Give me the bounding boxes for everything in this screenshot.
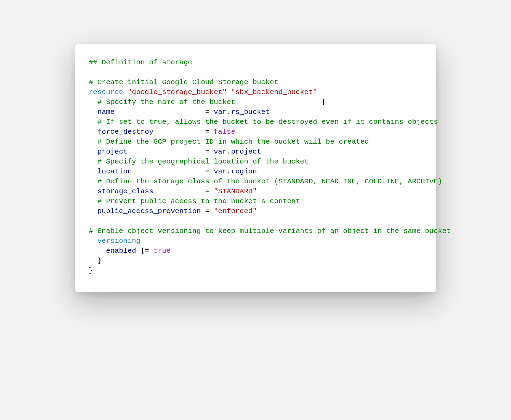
code-line: # Enable object versioning to keep multi…: [89, 227, 451, 235]
code-line: # Define the GCP project ID in which the…: [89, 138, 369, 146]
bool: true: [154, 247, 171, 255]
code-line: }: [89, 267, 93, 275]
code-line: storage_class = "STANDARD": [89, 187, 257, 195]
var: var: [214, 108, 227, 116]
keyword-resource: resource: [89, 88, 123, 96]
bool: false: [214, 128, 235, 136]
brace: {: [322, 98, 326, 106]
attr-key: location: [89, 168, 201, 175]
comment: # Specify the name of the bucket: [89, 98, 322, 106]
code-line: [89, 217, 93, 225]
equals: =: [201, 168, 214, 175]
member: region: [231, 168, 257, 175]
code-line: ## Definition of storage: [89, 58, 192, 66]
member: project: [231, 148, 261, 156]
equals: =: [201, 128, 214, 136]
code-line: public_access_prevention = "enforced": [89, 207, 257, 215]
string: "google_storage_bucket": [128, 88, 227, 96]
brace-eq: {=: [141, 247, 154, 255]
code-line: resource "google_storage_bucket" "sbx_ba…: [89, 88, 317, 96]
var: var: [214, 148, 227, 156]
code-line: }: [89, 257, 102, 265]
equals: =: [201, 108, 214, 116]
code-line: versioning: [89, 237, 141, 245]
attr-key: project: [89, 148, 201, 156]
attr-key: enabled: [89, 247, 141, 255]
member: rs_bucket: [231, 108, 270, 116]
equals: =: [201, 187, 214, 195]
attr-key: force_destroy: [89, 128, 201, 136]
string: "sbx_backend_bucket": [231, 88, 317, 96]
code-line: force_destroy = false: [89, 128, 235, 136]
code-line: [89, 68, 93, 76]
string: "STANDARD": [214, 187, 257, 195]
code-line: # Specify the geographical location of t…: [89, 158, 309, 166]
page: ## Definition of storage # Create initia…: [0, 0, 511, 420]
code-line: location = var.region: [89, 168, 257, 175]
equals: =: [201, 207, 214, 215]
code-line: # Create initial Google Cloud Storage bu…: [89, 78, 279, 86]
code-line: # Prevent public access to the bucket's …: [89, 197, 300, 205]
dot: .: [227, 148, 231, 156]
var: var: [214, 168, 227, 175]
code-line: # Specify the name of the bucket {: [89, 98, 326, 106]
code-block: ## Definition of storage # Create initia…: [89, 57, 422, 276]
code-line: project = var.project: [89, 148, 261, 156]
attr-key: public_access_prevention: [89, 207, 201, 215]
code-line: # Define the storage class of the bucket…: [89, 178, 442, 185]
dot: .: [227, 168, 231, 175]
code-line: enabled {= true: [89, 247, 171, 255]
attr-key: storage_class: [89, 187, 201, 195]
code-line: name = var.rs_bucket: [89, 108, 270, 116]
dot: .: [227, 108, 231, 116]
code-card: ## Definition of storage # Create initia…: [75, 44, 436, 292]
code-line: # If set to true, allows the bucket to b…: [89, 118, 438, 126]
string: "enforced": [214, 207, 257, 215]
attr-key: name: [89, 108, 201, 116]
equals: =: [201, 148, 214, 156]
